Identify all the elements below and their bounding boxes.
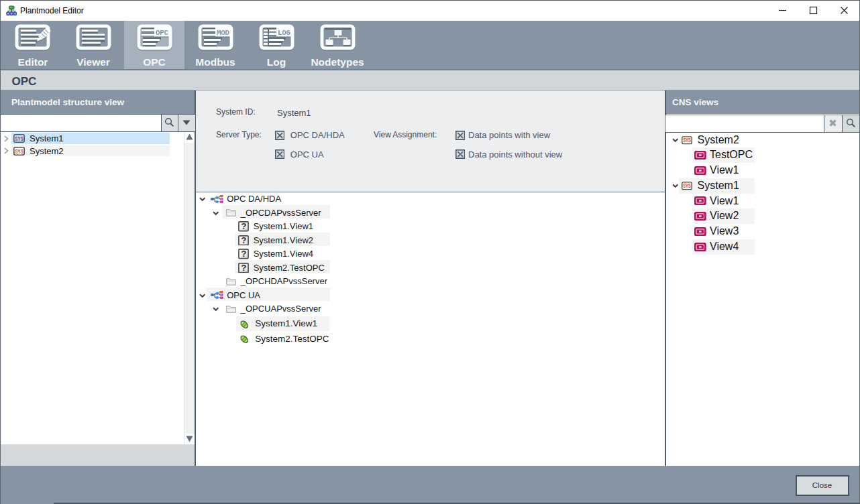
svg-text:SYS: SYS xyxy=(15,147,23,154)
svg-text:MOD: MOD xyxy=(217,29,229,37)
svg-text:LOG: LOG xyxy=(278,29,290,37)
svg-text:SYS: SYS xyxy=(15,135,23,142)
svg-text:OPC: OPC xyxy=(156,29,168,37)
svg-text:SYS: SYS xyxy=(683,137,691,143)
svg-text:SYS: SYS xyxy=(683,183,691,190)
